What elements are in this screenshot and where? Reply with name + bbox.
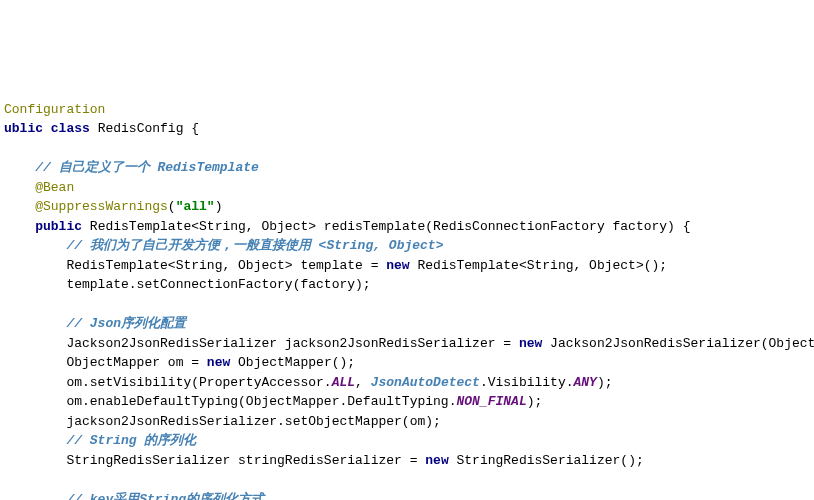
code-line: ); bbox=[597, 375, 613, 390]
code-line: , bbox=[355, 375, 371, 390]
keyword: ublic class bbox=[4, 121, 98, 136]
annotation-bean: @Bean bbox=[4, 180, 74, 195]
code-line: ); bbox=[527, 394, 543, 409]
code-line: ObjectMapper om = bbox=[4, 355, 207, 370]
code-line: om.setVisibility(PropertyAccessor. bbox=[4, 375, 332, 390]
static-field: ALL bbox=[332, 375, 355, 390]
paren-close: ) bbox=[215, 199, 223, 214]
comment: // String 的序列化 bbox=[4, 433, 196, 448]
class-ref: JsonAutoDetect bbox=[371, 375, 480, 390]
comment: // Json序列化配置 bbox=[4, 316, 186, 331]
keyword-new: new bbox=[207, 355, 238, 370]
keyword-new: new bbox=[425, 453, 456, 468]
static-field: ANY bbox=[574, 375, 597, 390]
paren: ( bbox=[168, 199, 176, 214]
code-line: StringRedisSerializer(); bbox=[457, 453, 644, 468]
annotation: Configuration bbox=[4, 102, 105, 117]
string-literal: "all" bbox=[176, 199, 215, 214]
keyword-new: new bbox=[386, 258, 417, 273]
code-line: jackson2JsonRedisSerializer.setObjectMap… bbox=[4, 414, 441, 429]
code-line: om.enableDefaultTyping(ObjectMapper.Defa… bbox=[4, 394, 456, 409]
code-line: Jackson2JsonRedisSerializer jackson2Json… bbox=[4, 336, 519, 351]
code-editor: Configuration ublic class RedisConfig { … bbox=[0, 78, 814, 500]
code-line: template.setConnectionFactory(factory); bbox=[4, 277, 371, 292]
annotation-suppress: @SuppressWarnings bbox=[4, 199, 168, 214]
code-line: RedisTemplate<String, Object>(); bbox=[417, 258, 667, 273]
keyword-new: new bbox=[519, 336, 550, 351]
code-line: .Visibility. bbox=[480, 375, 574, 390]
keyword-public: public bbox=[4, 219, 90, 234]
method-sig: RedisTemplate<String, Object> redisTempl… bbox=[90, 219, 691, 234]
code-line: StringRedisSerializer stringRedisSeriali… bbox=[4, 453, 425, 468]
code-line: Jackson2JsonRedisSerializer(Object.clas bbox=[550, 336, 814, 351]
code-line: RedisTemplate<String, Object> template = bbox=[4, 258, 386, 273]
comment: // 自己定义了一个 RedisTemplate bbox=[4, 160, 259, 175]
code-line: ObjectMapper(); bbox=[238, 355, 355, 370]
static-field: NON_FINAL bbox=[456, 394, 526, 409]
class-name: RedisConfig { bbox=[98, 121, 199, 136]
comment: // 我们为了自己开发方便，一般直接使用 <String, Object> bbox=[4, 238, 443, 253]
comment: // key采用String的序列化方式 bbox=[4, 492, 264, 501]
